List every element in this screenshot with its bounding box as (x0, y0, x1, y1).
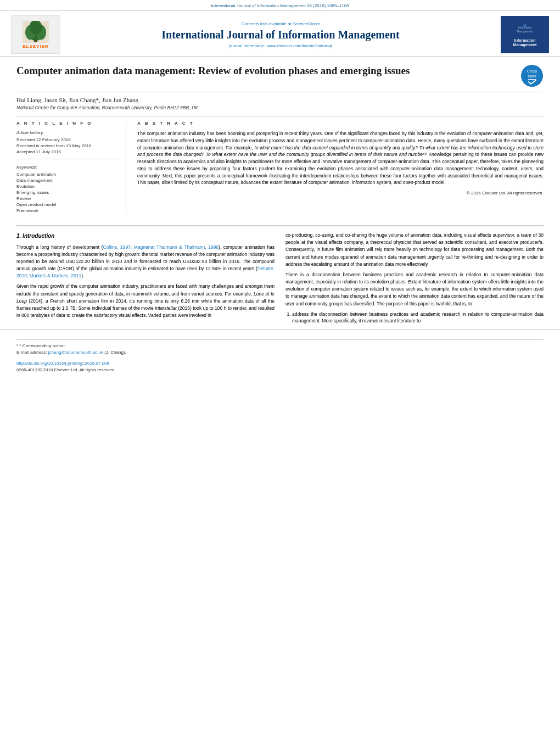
copyright-line: © 2016 Elsevier Ltd. All rights reserved… (137, 191, 544, 196)
info-mgmt-logo-right: Information Management InformationManage… (501, 16, 549, 53)
journal-icon: Information Management (517, 22, 533, 38)
ref-deloitte[interactable]: Deloitte, 2010; Markets & Markets, 2011 (16, 266, 275, 278)
doi-link[interactable]: http://dx.doi.org/10.1016/j.ijinfomgt.20… (16, 361, 109, 366)
keyword-1: Computer animation (16, 172, 119, 177)
contents-link[interactable]: ScienceDirect (293, 21, 320, 26)
homepage-link[interactable]: www.elsevier.com/locate/ijinfomgt (267, 43, 332, 48)
body-para-4: There is a disconnection between busines… (285, 271, 544, 308)
elsevier-label: ELSEVIER (23, 44, 49, 49)
svg-text:Mark: Mark (528, 74, 536, 78)
article-info-label: A R T I C L E I N F O (16, 121, 119, 126)
email-note: E-mail address: jchang@bournemouth.ac.uk… (16, 350, 544, 355)
section-divider (16, 225, 544, 226)
body-para-2: Given the rapid growth of the computer a… (16, 283, 275, 319)
footer-divider (16, 339, 544, 340)
contents-line: Contents lists available at ScienceDirec… (66, 21, 495, 26)
elsevier-logo-left: ELSEVIER (11, 15, 60, 54)
contents-prefix: Contents lists available at (242, 21, 293, 26)
corresponding-note: * * Corresponding author. (16, 343, 544, 348)
body-para-1: Through a long history of development (C… (16, 244, 275, 280)
svg-text:Cross: Cross (527, 69, 537, 73)
page: International Journal of Information Man… (0, 0, 560, 742)
article-title: Computer animation data management: Revi… (16, 64, 520, 78)
homepage-line: journal homepage: www.elsevier.com/locat… (66, 43, 495, 48)
keyword-2: Data management (16, 178, 119, 183)
keyword-5: Review (16, 196, 119, 201)
affiliation: National Centre for Computer Animation, … (16, 105, 544, 110)
journal-title: International Journal of Information Man… (66, 29, 495, 41)
article-info-col: A R T I C L E I N F O Article history: R… (16, 121, 126, 214)
footer-spacer (16, 356, 544, 361)
ref-collins[interactable]: Collins, 1997; Magnenat Thalmann & Thalm… (103, 244, 219, 250)
abstract-text: The computer animation industry has been… (137, 130, 544, 186)
journal-center: Contents lists available at ScienceDirec… (60, 21, 501, 48)
email-name: (J. Chang). (104, 350, 126, 355)
doi-line: http://dx.doi.org/10.1016/j.ijinfomgt.20… (16, 361, 544, 366)
homepage-prefix: journal homepage: (229, 43, 267, 48)
svg-point-9 (523, 24, 527, 27)
elsevier-tree-icon (22, 21, 49, 43)
section1-heading: 1. Introduction (16, 232, 275, 241)
body-right-col: co-producing, co-using, and co-sharing t… (285, 232, 544, 327)
keywords-label: Keywords: (16, 165, 119, 170)
svg-text:Management: Management (517, 30, 533, 33)
email-label: E-mail address: (16, 350, 48, 355)
body-para-3: co-producing, co-using, and co-sharing t… (285, 232, 544, 268)
authors: Hui Liang, Jason Sit, Jian Chang*, Jian … (16, 97, 544, 103)
crossmark-icon[interactable]: Cross Mark (520, 64, 544, 87)
body-content: 1. Introduction Through a long history o… (0, 232, 560, 327)
abstract-col: A B S T R A C T The computer animation i… (137, 121, 544, 214)
logo-title: InformationManagement (513, 38, 537, 48)
article-title-section: Computer animation data management: Revi… (16, 64, 544, 92)
abstract-label: A B S T R A C T (137, 121, 544, 126)
main-content: Computer animation data management: Revi… (0, 57, 560, 220)
journal-header: ELSEVIER Contents lists available at Sci… (0, 10, 560, 57)
citation-text: International Journal of Information Man… (211, 3, 349, 8)
keyword-7: Framework (16, 208, 119, 213)
keyword-6: Open product model (16, 202, 119, 207)
issn-line: 0268-4012/© 2016 Elsevier Ltd. All right… (16, 367, 544, 372)
history-item-2: Received in revised form 13 May 2016 (16, 143, 119, 148)
corresponding-label: * Corresponding author. (19, 343, 66, 348)
citation-bar: International Journal of Information Man… (0, 0, 560, 10)
history-item-3: Accepted 11 July 2016 (16, 149, 119, 154)
email-link[interactable]: jchang@bournemouth.ac.uk (48, 350, 103, 355)
purpose-item-1: address the disconnection between busine… (292, 311, 544, 325)
history-item-1: Received 12 February 2016 (16, 137, 119, 142)
body-left-col: 1. Introduction Through a long history o… (16, 232, 275, 327)
history-label: Article history: (16, 130, 119, 135)
purpose-list: address the disconnection between busine… (292, 311, 544, 325)
keyword-4: Emerging issues (16, 190, 119, 195)
article-info-abstract: A R T I C L E I N F O Article history: R… (16, 116, 544, 214)
keyword-3: Evolution (16, 184, 119, 189)
footer: * * Corresponding author. E-mail address… (0, 329, 560, 372)
divider-1 (16, 159, 119, 159)
